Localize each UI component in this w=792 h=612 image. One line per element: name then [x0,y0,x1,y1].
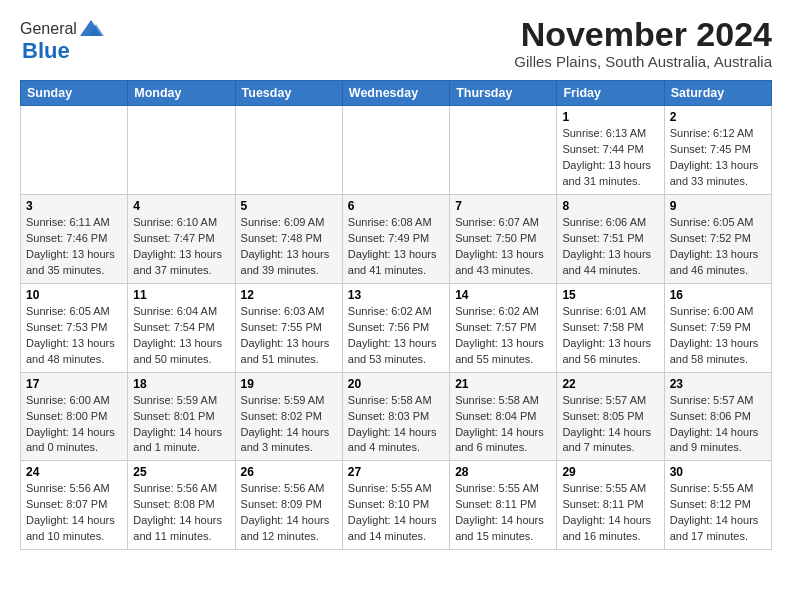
calendar-day: 11Sunrise: 6:04 AMSunset: 7:54 PMDayligh… [128,283,235,372]
day-info: Sunrise: 6:12 AMSunset: 7:45 PMDaylight:… [670,126,766,190]
calendar-day: 17Sunrise: 6:00 AMSunset: 8:00 PMDayligh… [21,372,128,461]
day-number: 20 [348,377,444,391]
day-number: 1 [562,110,658,124]
page: General Blue November 2024 Gilles Plains… [0,0,792,566]
calendar-day [235,106,342,195]
day-number: 15 [562,288,658,302]
day-info: Sunrise: 6:08 AMSunset: 7:49 PMDaylight:… [348,215,444,279]
calendar-day: 22Sunrise: 5:57 AMSunset: 8:05 PMDayligh… [557,372,664,461]
calendar-day: 15Sunrise: 6:01 AMSunset: 7:58 PMDayligh… [557,283,664,372]
calendar-day: 29Sunrise: 5:55 AMSunset: 8:11 PMDayligh… [557,461,664,550]
calendar-header-row: SundayMondayTuesdayWednesdayThursdayFrid… [21,81,772,106]
day-info: Sunrise: 5:59 AMSunset: 8:01 PMDaylight:… [133,393,229,457]
logo-blue-text: Blue [22,38,70,64]
calendar-day [128,106,235,195]
day-number: 5 [241,199,337,213]
day-info: Sunrise: 6:13 AMSunset: 7:44 PMDaylight:… [562,126,658,190]
calendar-day [21,106,128,195]
day-number: 21 [455,377,551,391]
day-info: Sunrise: 6:10 AMSunset: 7:47 PMDaylight:… [133,215,229,279]
calendar-header-wednesday: Wednesday [342,81,449,106]
day-number: 28 [455,465,551,479]
logo-icon [78,16,104,42]
calendar-day: 27Sunrise: 5:55 AMSunset: 8:10 PMDayligh… [342,461,449,550]
calendar-day: 14Sunrise: 6:02 AMSunset: 7:57 PMDayligh… [450,283,557,372]
page-title: November 2024 [514,16,772,53]
calendar-day: 6Sunrise: 6:08 AMSunset: 7:49 PMDaylight… [342,195,449,284]
day-number: 30 [670,465,766,479]
calendar-day: 30Sunrise: 5:55 AMSunset: 8:12 PMDayligh… [664,461,771,550]
day-number: 11 [133,288,229,302]
day-number: 27 [348,465,444,479]
calendar-week-row: 24Sunrise: 5:56 AMSunset: 8:07 PMDayligh… [21,461,772,550]
calendar-week-row: 1Sunrise: 6:13 AMSunset: 7:44 PMDaylight… [21,106,772,195]
day-info: Sunrise: 6:00 AMSunset: 8:00 PMDaylight:… [26,393,122,457]
day-info: Sunrise: 6:09 AMSunset: 7:48 PMDaylight:… [241,215,337,279]
day-number: 24 [26,465,122,479]
day-info: Sunrise: 5:55 AMSunset: 8:11 PMDaylight:… [562,481,658,545]
calendar-header-sunday: Sunday [21,81,128,106]
day-info: Sunrise: 6:06 AMSunset: 7:51 PMDaylight:… [562,215,658,279]
calendar-day: 23Sunrise: 5:57 AMSunset: 8:06 PMDayligh… [664,372,771,461]
day-number: 8 [562,199,658,213]
day-number: 9 [670,199,766,213]
calendar-day: 9Sunrise: 6:05 AMSunset: 7:52 PMDaylight… [664,195,771,284]
calendar-day: 2Sunrise: 6:12 AMSunset: 7:45 PMDaylight… [664,106,771,195]
day-info: Sunrise: 5:55 AMSunset: 8:12 PMDaylight:… [670,481,766,545]
calendar-header-thursday: Thursday [450,81,557,106]
day-number: 16 [670,288,766,302]
day-info: Sunrise: 6:02 AMSunset: 7:56 PMDaylight:… [348,304,444,368]
calendar-day: 25Sunrise: 5:56 AMSunset: 8:08 PMDayligh… [128,461,235,550]
calendar-week-row: 3Sunrise: 6:11 AMSunset: 7:46 PMDaylight… [21,195,772,284]
day-info: Sunrise: 5:56 AMSunset: 8:07 PMDaylight:… [26,481,122,545]
day-info: Sunrise: 5:58 AMSunset: 8:03 PMDaylight:… [348,393,444,457]
day-info: Sunrise: 5:59 AMSunset: 8:02 PMDaylight:… [241,393,337,457]
day-info: Sunrise: 6:01 AMSunset: 7:58 PMDaylight:… [562,304,658,368]
calendar-day: 5Sunrise: 6:09 AMSunset: 7:48 PMDaylight… [235,195,342,284]
day-number: 18 [133,377,229,391]
calendar-day: 12Sunrise: 6:03 AMSunset: 7:55 PMDayligh… [235,283,342,372]
calendar-day: 24Sunrise: 5:56 AMSunset: 8:07 PMDayligh… [21,461,128,550]
page-subtitle: Gilles Plains, South Australia, Australi… [514,53,772,70]
day-number: 6 [348,199,444,213]
day-info: Sunrise: 5:57 AMSunset: 8:06 PMDaylight:… [670,393,766,457]
day-info: Sunrise: 5:55 AMSunset: 8:10 PMDaylight:… [348,481,444,545]
calendar-day [450,106,557,195]
day-number: 23 [670,377,766,391]
day-number: 13 [348,288,444,302]
day-number: 29 [562,465,658,479]
day-info: Sunrise: 5:56 AMSunset: 8:09 PMDaylight:… [241,481,337,545]
day-number: 4 [133,199,229,213]
day-number: 19 [241,377,337,391]
day-info: Sunrise: 5:55 AMSunset: 8:11 PMDaylight:… [455,481,551,545]
day-info: Sunrise: 5:57 AMSunset: 8:05 PMDaylight:… [562,393,658,457]
day-number: 7 [455,199,551,213]
calendar-table: SundayMondayTuesdayWednesdayThursdayFrid… [20,80,772,550]
logo-general-text: General [20,20,77,38]
day-number: 17 [26,377,122,391]
calendar-day: 10Sunrise: 6:05 AMSunset: 7:53 PMDayligh… [21,283,128,372]
calendar-day [342,106,449,195]
day-number: 2 [670,110,766,124]
day-number: 10 [26,288,122,302]
calendar-day: 3Sunrise: 6:11 AMSunset: 7:46 PMDaylight… [21,195,128,284]
calendar-week-row: 17Sunrise: 6:00 AMSunset: 8:00 PMDayligh… [21,372,772,461]
day-info: Sunrise: 6:03 AMSunset: 7:55 PMDaylight:… [241,304,337,368]
day-info: Sunrise: 5:56 AMSunset: 8:08 PMDaylight:… [133,481,229,545]
day-info: Sunrise: 6:02 AMSunset: 7:57 PMDaylight:… [455,304,551,368]
day-number: 3 [26,199,122,213]
day-info: Sunrise: 6:04 AMSunset: 7:54 PMDaylight:… [133,304,229,368]
calendar-day: 26Sunrise: 5:56 AMSunset: 8:09 PMDayligh… [235,461,342,550]
day-info: Sunrise: 6:00 AMSunset: 7:59 PMDaylight:… [670,304,766,368]
calendar-day: 13Sunrise: 6:02 AMSunset: 7:56 PMDayligh… [342,283,449,372]
calendar-day: 28Sunrise: 5:55 AMSunset: 8:11 PMDayligh… [450,461,557,550]
day-number: 22 [562,377,658,391]
day-info: Sunrise: 5:58 AMSunset: 8:04 PMDaylight:… [455,393,551,457]
day-number: 14 [455,288,551,302]
day-number: 12 [241,288,337,302]
day-info: Sunrise: 6:05 AMSunset: 7:52 PMDaylight:… [670,215,766,279]
calendar-header-friday: Friday [557,81,664,106]
calendar-day: 7Sunrise: 6:07 AMSunset: 7:50 PMDaylight… [450,195,557,284]
calendar-day: 16Sunrise: 6:00 AMSunset: 7:59 PMDayligh… [664,283,771,372]
calendar-day: 21Sunrise: 5:58 AMSunset: 8:04 PMDayligh… [450,372,557,461]
